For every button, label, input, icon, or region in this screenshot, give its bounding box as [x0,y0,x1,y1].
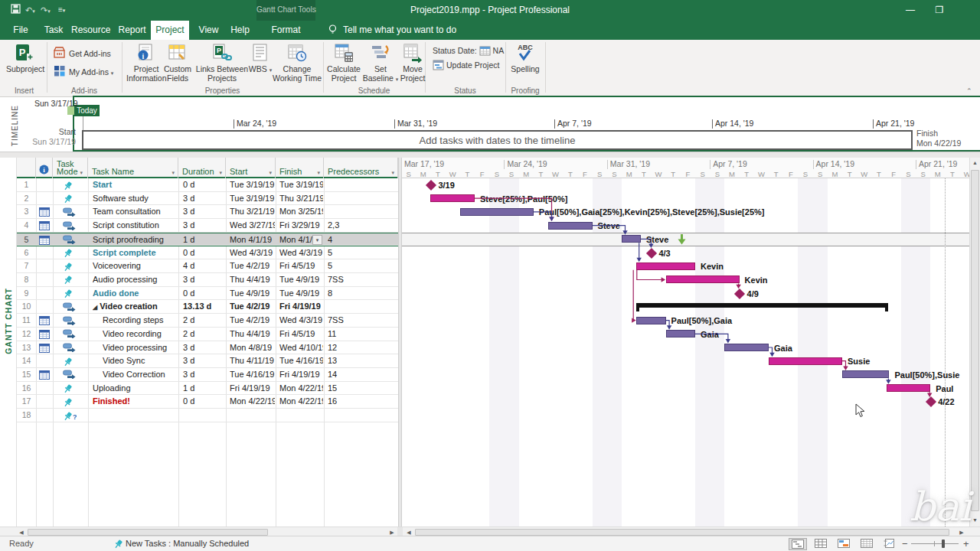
undo-icon[interactable]: ↶▾ [25,5,35,15]
project-information-button[interactable]: iProjectInformation [126,41,166,86]
new-tasks-label[interactable]: New Tasks : Manually Scheduled [126,539,249,548]
table-row[interactable]: 13Video processing3 dMon 4/8/19Wed 4/10/… [17,341,398,355]
cell-finish[interactable]: Fri 4/5/19 [279,259,323,273]
cell-duration[interactable]: 0 d [183,395,224,409]
cell-predecessors[interactable]: 16 [328,395,397,409]
gantt-task-bar[interactable] [769,357,842,365]
cell-duration[interactable]: 3 d [183,219,224,233]
zoom-in-icon[interactable]: + [963,538,969,549]
table-row[interactable]: 16Uploading1 dFri 4/19/19Mon 4/22/1915 [17,382,398,396]
horizontal-scrollbar-row[interactable]: ◀▶◀▶ [0,527,980,536]
cell-task-name[interactable]: Finished! [93,395,177,409]
gantt-task-bar[interactable] [636,317,665,324]
task-usage-view-icon[interactable] [812,538,830,550]
zoom-slider-track[interactable] [911,543,959,544]
cell-task-name[interactable]: Audio processing [93,273,177,287]
gantt-task-bar[interactable] [430,194,475,202]
gantt-task-bar[interactable] [636,262,695,270]
cell-duration[interactable] [183,409,224,422]
cell-predecessors[interactable] [328,409,397,422]
gantt-task-bar[interactable] [724,344,769,351]
restore-button[interactable]: ❐ [926,0,952,21]
cell-finish[interactable]: Wed 4/3/19 [279,314,323,328]
cell-task-name[interactable]: ◢ Video creation [93,300,177,314]
cell-start[interactable]: Tue 3/19/19 [230,178,275,192]
cell-duration[interactable]: 0 d [183,178,224,192]
gantt-milestone[interactable] [734,289,745,299]
table-row[interactable]: 9Audio done0 dTue 4/9/19Tue 4/9/198 [17,287,398,301]
table-row[interactable]: 10◢ Video creation13.13 dTue 4/2/19Fri 4… [17,300,398,314]
cell-start[interactable]: Wed 3/27/19 [230,219,275,233]
cell-start[interactable]: Tue 4/16/19 [230,368,275,382]
cell-start[interactable]: Thu 4/11/19 [230,354,275,368]
cell-duration[interactable]: 3 d [183,205,224,219]
cell-predecessors[interactable]: 7SS [328,273,397,287]
tab-file[interactable]: File [6,21,35,40]
cell-duration[interactable]: 2 d [183,314,224,328]
gantt-body[interactable]: 3/19Steve[25%],Paul[50%]Paul[50%],Gaia[2… [402,178,969,527]
cell-duration[interactable]: 1 d [183,382,224,396]
vertical-scroll-thumb[interactable] [971,170,979,511]
report-view-icon[interactable] [880,538,899,550]
tab-resource[interactable]: Resource [71,21,103,40]
tab-help[interactable]: Help [225,21,255,40]
cell-start[interactable] [230,409,275,422]
cell-duration[interactable]: 0 d [183,287,224,301]
cell-finish[interactable]: Wed 4/3/19 [279,246,323,260]
custom-fields-button[interactable]: CustomFields [162,41,194,86]
header-indicator[interactable]: i [36,158,53,178]
header-finish[interactable]: Finish▾ [276,158,324,178]
cell-task-name[interactable] [93,409,177,422]
cell-start[interactable]: Fri 4/19/19 [230,382,275,396]
tab-report[interactable]: Report [116,21,149,40]
gantt-scroll-thumb[interactable] [415,529,949,536]
table-row[interactable]: 8Audio processing3 dThu 4/4/19Tue 4/9/19… [17,273,398,287]
horizontal-splitter[interactable] [0,152,980,158]
update-project-button[interactable]: Update Project [433,60,499,70]
gantt-summary-bar[interactable] [636,303,887,308]
cell-predecessors[interactable]: 7SS [328,314,397,328]
cell-predecessors[interactable]: 15 [328,382,397,396]
cell-finish[interactable]: Fri 4/5/19 [279,328,323,341]
cell-finish[interactable]: Mon 4/1/19 [279,233,312,247]
cell-predecessors[interactable]: 5 [328,259,397,273]
table-row[interactable]: 15Video Correction3 dTue 4/16/19Fri 4/19… [17,368,398,382]
cell-task-name[interactable]: Script proofreading [93,233,177,247]
cell-finish[interactable]: Tue 4/9/19 [279,273,323,287]
cell-predecessors[interactable]: 14 [328,368,397,382]
cell-predecessors[interactable]: 13 [328,354,397,368]
timeline-pane[interactable]: Mar 24, '19Mar 31, '19Apr 7, '19Apr 14, … [73,96,980,152]
header-start[interactable]: Start▾ [226,158,276,178]
cell-start[interactable]: Tue 4/2/19 [230,314,275,328]
gantt-task-bar[interactable] [842,370,889,378]
cell-start[interactable]: Tue 4/2/19 [230,259,275,273]
cell-predecessors[interactable]: 8 [328,287,397,301]
change-working-time-button[interactable]: ChangeWorking Time [272,41,322,86]
cell-task-name[interactable]: Video recording [103,328,177,341]
cell-predecessors[interactable] [328,300,397,314]
table-row[interactable]: 1Start0 dTue 3/19/19Tue 3/19/19 [17,178,398,192]
cell-predecessors[interactable] [328,205,397,219]
cell-task-name[interactable]: Uploading [93,382,177,396]
cell-predecessors[interactable] [328,192,397,206]
header-duration[interactable]: Duration▾ [178,158,226,178]
cell-start[interactable]: Mon 4/1/19 [230,233,275,247]
gantt-milestone[interactable] [646,247,657,258]
cell-start[interactable]: Thu 4/4/19 [230,273,275,287]
gantt-chart[interactable]: Mar 17, '19SMTWTFSMar 24, '19SMTWTFSMar … [402,158,969,527]
cell-duration[interactable]: 3 d [183,341,224,355]
cell-finish[interactable]: Tue 3/19/19 [279,178,323,192]
zoom-slider-thumb[interactable] [942,540,945,548]
table-row[interactable]: 18? [17,409,398,422]
tab-task[interactable]: Task [40,21,67,40]
table-row[interactable]: 14Video Sync3 dThu 4/11/19Tue 4/16/1913 [17,354,398,368]
cell-finish[interactable]: Mon 4/22/19 [279,382,323,396]
gantt-task-bar[interactable] [460,208,534,216]
cell-duration[interactable]: 3 d [183,192,224,206]
cell-duration[interactable]: 4 d [183,259,224,273]
cell-task-name[interactable]: Video processing [103,341,177,355]
cell-task-name[interactable]: Team consultation [93,205,177,219]
collapse-triangle-icon[interactable]: ◢ [93,304,97,311]
cell-task-name[interactable]: Start [93,178,177,192]
cell-predecessors[interactable]: 5 [328,246,397,260]
